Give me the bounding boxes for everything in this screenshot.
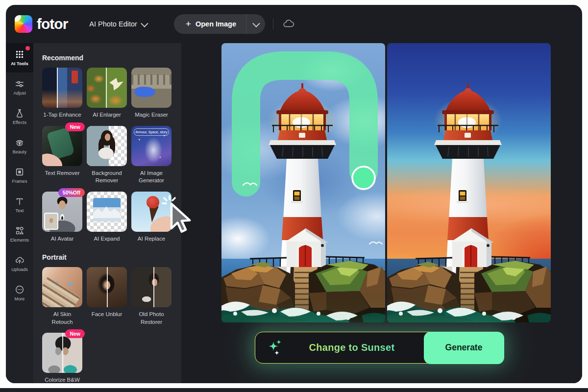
- tool-thumb[interactable]: [87, 192, 127, 232]
- thumb-art: [106, 68, 107, 108]
- chevron-down-icon: [141, 20, 148, 27]
- sidebar-item-label: Elements: [10, 238, 29, 243]
- tool-thumb[interactable]: [42, 333, 82, 373]
- tool-thumb[interactable]: [131, 192, 172, 232]
- tool-thumb[interactable]: [42, 68, 82, 108]
- recommend-grid: 1-Tap Enhance AI Enlarger Magic Eraser N…: [42, 68, 181, 243]
- brush-stroke: [246, 66, 364, 182]
- tool-thumb[interactable]: [42, 192, 82, 232]
- eye-icon: [15, 138, 24, 147]
- frame-icon: [15, 167, 24, 177]
- tools-panel: Recommend 1-Tap Enhance AI Enlarger Magi…: [33, 43, 181, 383]
- prompt-bar[interactable]: Change to Sunset Generate: [255, 332, 504, 364]
- prompt-input[interactable]: Change to Sunset: [284, 342, 420, 353]
- sparkles-icon: [267, 339, 284, 357]
- sidebar-item-label: More: [15, 297, 25, 301]
- fotor-logo-icon: [15, 15, 32, 33]
- thumb-art: [148, 214, 172, 232]
- shapes-icon: [15, 226, 24, 236]
- generate-label: Generate: [445, 343, 483, 353]
- tool-label: Text Remover: [45, 170, 80, 177]
- sidebar-item-beauty[interactable]: Beauty: [6, 131, 33, 161]
- open-image-dropdown[interactable]: [246, 14, 265, 34]
- tool-label: AI Skin Retouch: [42, 311, 82, 326]
- thumb-art: [153, 267, 154, 307]
- tool-old-photo-restorer[interactable]: Old Photo Restorer: [131, 267, 172, 326]
- sidebar-item-text[interactable]: Text: [6, 190, 33, 220]
- sidebar-item-label: Frames: [12, 179, 27, 184]
- tool-ai-replace[interactable]: AI Replace: [131, 192, 172, 243]
- open-image-main[interactable]: + Open Image: [174, 19, 246, 29]
- tool-label: Background Remover: [87, 170, 127, 185]
- tool-face-unblur[interactable]: Face Unblur: [87, 267, 127, 326]
- after-image[interactable]: [387, 43, 551, 322]
- tool-ai-expand[interactable]: AI Expand: [87, 192, 127, 243]
- tool-ai-enlarger[interactable]: AI Enlarger: [87, 68, 127, 119]
- tool-label: AI Image Generator: [131, 170, 172, 185]
- tool-magic-eraser[interactable]: Magic Eraser: [131, 68, 172, 119]
- sidebar-item-elements[interactable]: Elements: [6, 220, 33, 249]
- thumb-art: [93, 198, 121, 221]
- tool-ai-skin-retouch[interactable]: AI Skin Retouch: [42, 267, 82, 326]
- sidebar-item-more[interactable]: More: [6, 278, 33, 308]
- sidebar-item-label: Uploads: [11, 268, 28, 272]
- tool-thumb[interactable]: [87, 126, 127, 166]
- sidebar: AI Tools Adjust Effects Beauty Fram: [6, 43, 33, 383]
- flask-icon: [15, 108, 24, 118]
- tool-thumb[interactable]: [87, 68, 127, 108]
- fotor-logo-text: fotor: [37, 16, 68, 32]
- brush-stroke-overlay: [221, 43, 385, 322]
- sidebar-item-label: AI Tools: [11, 62, 28, 66]
- tool-thumb[interactable]: [131, 68, 172, 108]
- dots-circle-icon: [15, 285, 24, 294]
- sidebar-item-adjust[interactable]: Adjust: [6, 73, 33, 102]
- tool-background-remover[interactable]: Background Remover: [87, 126, 127, 185]
- thumb-art: [57, 68, 58, 108]
- before-image[interactable]: [221, 43, 385, 322]
- header-divider: [273, 19, 273, 29]
- tool-thumb[interactable]: Armour, Space, story: [131, 126, 172, 166]
- app-window: fotor AI Photo Editor + Open Image: [6, 5, 582, 383]
- tool-thumb[interactable]: [42, 267, 82, 307]
- sidebar-item-ai-tools[interactable]: AI Tools: [6, 43, 33, 73]
- brush-cursor[interactable]: [352, 167, 375, 189]
- thumb-art: [87, 126, 127, 166]
- prompt-chip: Armour, Space, story: [134, 128, 169, 136]
- notification-dot: [25, 46, 30, 50]
- tool-label: Magic Eraser: [135, 111, 168, 119]
- tool-label: AI Avatar: [51, 235, 74, 243]
- sidebar-item-label: Adjust: [13, 91, 26, 96]
- tool-ai-image-generator[interactable]: Armour, Space, story AI Image Generator: [131, 126, 172, 185]
- editor-mode-dropdown[interactable]: AI Photo Editor: [89, 20, 147, 28]
- grid-dots-icon: [15, 49, 24, 59]
- tool-1-tap-enhance[interactable]: 1-Tap Enhance: [42, 68, 82, 119]
- sliders-icon: [15, 79, 24, 89]
- tool-label: AI Enlarger: [93, 111, 121, 119]
- tool-thumb[interactable]: [87, 267, 127, 307]
- tool-thumb[interactable]: [42, 126, 82, 166]
- sidebar-item-effects[interactable]: Effects: [6, 102, 33, 131]
- open-image-button[interactable]: + Open Image: [174, 14, 265, 34]
- editor-mode-label: AI Photo Editor: [89, 20, 137, 28]
- section-title-portrait: Portrait: [42, 253, 181, 261]
- generate-button[interactable]: Generate: [424, 332, 504, 364]
- bottom-strip: [0, 388, 588, 392]
- new-badge: New: [65, 329, 85, 338]
- tool-label: Old Photo Restorer: [131, 311, 172, 326]
- cloud-sync-icon[interactable]: [282, 18, 295, 30]
- portrait-grid: AI Skin Retouch Face Unblur Old Photo Re…: [42, 267, 181, 383]
- tool-colorize-bw[interactable]: New Colorize B&W: [42, 333, 82, 383]
- sidebar-item-frames[interactable]: Frames: [6, 161, 33, 190]
- thumb-inset-photo: [44, 213, 58, 230]
- sidebar-item-uploads[interactable]: Uploads: [6, 249, 33, 278]
- tool-thumb[interactable]: [131, 267, 172, 307]
- fotor-logo[interactable]: fotor: [15, 15, 68, 33]
- tool-text-remover[interactable]: New Text Remover: [42, 126, 82, 185]
- thumb-art: [107, 267, 108, 307]
- plus-icon: +: [186, 19, 191, 29]
- tool-label: AI Expand: [94, 235, 120, 243]
- letter-t-icon: [15, 196, 24, 206]
- offer-badge: 50%Off: [58, 188, 85, 197]
- tool-ai-avatar[interactable]: 50%Off AI Avatar: [42, 192, 82, 243]
- tool-label: Colorize B&W: [45, 376, 80, 383]
